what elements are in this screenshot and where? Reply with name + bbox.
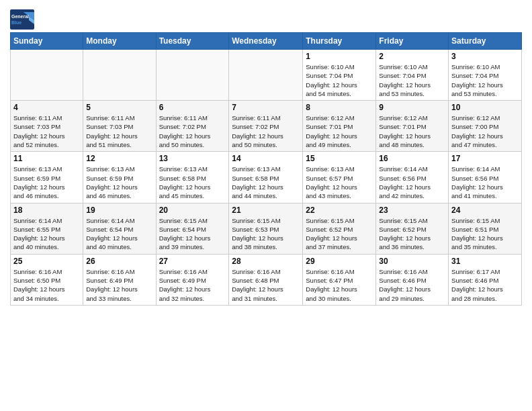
calendar-cell: 27Sunrise: 6:16 AM Sunset: 6:49 PM Dayli…: [156, 254, 229, 305]
day-info: Sunrise: 6:11 AM Sunset: 7:02 PM Dayligh…: [159, 113, 226, 149]
day-number: 17: [451, 154, 519, 163]
calendar-cell: 19Sunrise: 6:14 AM Sunset: 6:54 PM Dayli…: [83, 203, 156, 254]
day-info: Sunrise: 6:15 AM Sunset: 6:51 PM Dayligh…: [451, 216, 519, 252]
day-number: 27: [159, 257, 226, 266]
day-info: Sunrise: 6:16 AM Sunset: 6:49 PM Dayligh…: [86, 267, 152, 303]
calendar-cell: [156, 50, 229, 101]
calendar-cell: 23Sunrise: 6:15 AM Sunset: 6:52 PM Dayli…: [376, 203, 449, 254]
day-info: Sunrise: 6:13 AM Sunset: 6:59 PM Dayligh…: [13, 165, 80, 200]
day-info: Sunrise: 6:14 AM Sunset: 6:54 PM Dayligh…: [86, 216, 152, 252]
calendar-cell: 6Sunrise: 6:11 AM Sunset: 7:02 PM Daylig…: [156, 101, 229, 152]
day-info: Sunrise: 6:12 AM Sunset: 7:01 PM Dayligh…: [379, 113, 445, 149]
weekday-header-friday: Friday: [376, 33, 449, 50]
calendar-cell: 25Sunrise: 6:16 AM Sunset: 6:50 PM Dayli…: [11, 254, 83, 305]
day-number: 14: [232, 154, 300, 163]
day-info: Sunrise: 6:16 AM Sunset: 6:48 PM Dayligh…: [232, 267, 300, 303]
day-number: 10: [451, 103, 519, 112]
day-number: 23: [379, 205, 445, 215]
calendar-week-row: 25Sunrise: 6:16 AM Sunset: 6:50 PM Dayli…: [11, 254, 522, 305]
day-number: 7: [232, 103, 300, 112]
day-info: Sunrise: 6:11 AM Sunset: 7:03 PM Dayligh…: [13, 113, 80, 149]
weekday-header-saturday: Saturday: [449, 33, 522, 50]
day-number: 11: [13, 154, 80, 163]
calendar-cell: 8Sunrise: 6:12 AM Sunset: 7:01 PM Daylig…: [303, 101, 376, 152]
calendar-cell: 9Sunrise: 6:12 AM Sunset: 7:01 PM Daylig…: [376, 101, 449, 152]
calendar-cell: 29Sunrise: 6:16 AM Sunset: 6:47 PM Dayli…: [303, 254, 376, 305]
calendar-cell: 26Sunrise: 6:16 AM Sunset: 6:49 PM Dayli…: [83, 254, 156, 305]
header: General Blue: [10, 7, 522, 30]
day-number: 22: [306, 205, 373, 215]
svg-text:General: General: [11, 14, 29, 19]
calendar-cell: 28Sunrise: 6:16 AM Sunset: 6:48 PM Dayli…: [229, 254, 303, 305]
day-number: 8: [306, 103, 373, 112]
day-number: 31: [451, 257, 519, 266]
calendar-cell: 10Sunrise: 6:12 AM Sunset: 7:00 PM Dayli…: [449, 101, 522, 152]
day-number: 9: [379, 103, 445, 112]
day-number: 18: [13, 205, 80, 215]
day-info: Sunrise: 6:15 AM Sunset: 6:52 PM Dayligh…: [306, 216, 373, 252]
day-number: 2: [379, 52, 445, 61]
weekday-header-monday: Monday: [83, 33, 156, 50]
calendar-cell: 24Sunrise: 6:15 AM Sunset: 6:51 PM Dayli…: [449, 203, 522, 254]
calendar-table: SundayMondayTuesdayWednesdayThursdayFrid…: [10, 32, 522, 306]
day-info: Sunrise: 6:16 AM Sunset: 6:46 PM Dayligh…: [379, 267, 445, 303]
day-number: 20: [159, 205, 226, 215]
page: General Blue SundayMondayTuesdayWednesda…: [0, 0, 532, 316]
svg-text:Blue: Blue: [11, 20, 21, 25]
calendar-cell: 11Sunrise: 6:13 AM Sunset: 6:59 PM Dayli…: [11, 152, 83, 203]
calendar-cell: 15Sunrise: 6:13 AM Sunset: 6:57 PM Dayli…: [303, 152, 376, 203]
day-info: Sunrise: 6:10 AM Sunset: 7:04 PM Dayligh…: [306, 62, 373, 98]
day-number: 24: [451, 205, 519, 215]
calendar-cell: 4Sunrise: 6:11 AM Sunset: 7:03 PM Daylig…: [11, 101, 83, 152]
calendar-cell: 16Sunrise: 6:14 AM Sunset: 6:56 PM Dayli…: [376, 152, 449, 203]
calendar-week-row: 11Sunrise: 6:13 AM Sunset: 6:59 PM Dayli…: [11, 152, 522, 203]
calendar-cell: 14Sunrise: 6:13 AM Sunset: 6:58 PM Dayli…: [229, 152, 303, 203]
calendar-cell: 12Sunrise: 6:13 AM Sunset: 6:59 PM Dayli…: [83, 152, 156, 203]
day-info: Sunrise: 6:13 AM Sunset: 6:58 PM Dayligh…: [232, 165, 300, 200]
weekday-header-tuesday: Tuesday: [156, 33, 229, 50]
day-number: 21: [232, 205, 300, 215]
day-info: Sunrise: 6:14 AM Sunset: 6:56 PM Dayligh…: [451, 165, 519, 200]
day-number: 15: [306, 154, 373, 163]
day-number: 30: [379, 257, 445, 266]
day-info: Sunrise: 6:16 AM Sunset: 6:47 PM Dayligh…: [306, 267, 373, 303]
day-number: 19: [86, 205, 152, 215]
weekday-header-thursday: Thursday: [303, 33, 376, 50]
day-info: Sunrise: 6:10 AM Sunset: 7:04 PM Dayligh…: [451, 62, 519, 98]
day-info: Sunrise: 6:15 AM Sunset: 6:54 PM Dayligh…: [159, 216, 226, 252]
calendar-cell: 2Sunrise: 6:10 AM Sunset: 7:04 PM Daylig…: [376, 50, 449, 101]
day-number: 26: [86, 257, 152, 266]
calendar-cell: [83, 50, 156, 101]
day-info: Sunrise: 6:11 AM Sunset: 7:03 PM Dayligh…: [86, 113, 152, 149]
calendar-cell: [11, 50, 83, 101]
logo: General Blue: [10, 9, 34, 30]
weekday-header-sunday: Sunday: [11, 33, 83, 50]
day-info: Sunrise: 6:13 AM Sunset: 6:58 PM Dayligh…: [159, 165, 226, 200]
day-number: 13: [159, 154, 226, 163]
calendar-cell: 7Sunrise: 6:11 AM Sunset: 7:02 PM Daylig…: [229, 101, 303, 152]
calendar-cell: 31Sunrise: 6:17 AM Sunset: 6:46 PM Dayli…: [449, 254, 522, 305]
calendar-cell: 1Sunrise: 6:10 AM Sunset: 7:04 PM Daylig…: [303, 50, 376, 101]
day-info: Sunrise: 6:12 AM Sunset: 7:01 PM Dayligh…: [306, 113, 373, 149]
calendar-week-row: 18Sunrise: 6:14 AM Sunset: 6:55 PM Dayli…: [11, 203, 522, 254]
calendar-cell: [229, 50, 303, 101]
calendar-cell: 3Sunrise: 6:10 AM Sunset: 7:04 PM Daylig…: [449, 50, 522, 101]
day-info: Sunrise: 6:14 AM Sunset: 6:55 PM Dayligh…: [13, 216, 80, 252]
day-info: Sunrise: 6:10 AM Sunset: 7:04 PM Dayligh…: [379, 62, 445, 98]
day-info: Sunrise: 6:11 AM Sunset: 7:02 PM Dayligh…: [232, 113, 300, 149]
day-info: Sunrise: 6:16 AM Sunset: 6:49 PM Dayligh…: [159, 267, 226, 303]
day-number: 12: [86, 154, 152, 163]
day-number: 16: [379, 154, 445, 163]
calendar-cell: 18Sunrise: 6:14 AM Sunset: 6:55 PM Dayli…: [11, 203, 83, 254]
day-info: Sunrise: 6:15 AM Sunset: 6:52 PM Dayligh…: [379, 216, 445, 252]
day-info: Sunrise: 6:12 AM Sunset: 7:00 PM Dayligh…: [451, 113, 519, 149]
calendar-cell: 21Sunrise: 6:15 AM Sunset: 6:53 PM Dayli…: [229, 203, 303, 254]
calendar-cell: 22Sunrise: 6:15 AM Sunset: 6:52 PM Dayli…: [303, 203, 376, 254]
day-info: Sunrise: 6:17 AM Sunset: 6:46 PM Dayligh…: [451, 267, 519, 303]
weekday-header-row: SundayMondayTuesdayWednesdayThursdayFrid…: [11, 33, 522, 50]
calendar-week-row: 1Sunrise: 6:10 AM Sunset: 7:04 PM Daylig…: [11, 50, 522, 101]
day-number: 3: [451, 52, 519, 61]
calendar-cell: 13Sunrise: 6:13 AM Sunset: 6:58 PM Dayli…: [156, 152, 229, 203]
day-number: 4: [13, 103, 80, 112]
day-info: Sunrise: 6:14 AM Sunset: 6:56 PM Dayligh…: [379, 165, 445, 200]
